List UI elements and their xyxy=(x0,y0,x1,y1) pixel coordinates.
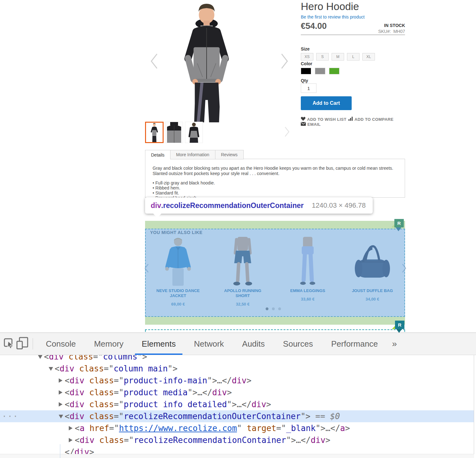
tree-row[interactable]: <a href="https://www.recolize.com" targe… xyxy=(0,422,474,434)
product-tabs: DetailsMore InformationReviews xyxy=(145,150,244,159)
collapse-arrow-icon[interactable] xyxy=(49,367,53,371)
chevron-left-icon xyxy=(150,65,158,71)
size-option-l[interactable]: L xyxy=(347,53,360,61)
sku-value: MH07 xyxy=(393,29,405,34)
screen: Hero Hoodie Be the first to review this … xyxy=(0,0,476,458)
devtools-scrollbar[interactable] xyxy=(0,454,474,458)
description-bullet: • Standard fit. xyxy=(153,190,215,195)
devtools-tab-sources[interactable]: Sources xyxy=(274,333,322,355)
color-options xyxy=(301,68,339,74)
gallery-next-button[interactable] xyxy=(280,53,289,71)
tree-row[interactable]: <div class="column main"> xyxy=(0,363,474,375)
row-menu-dots[interactable]: ... xyxy=(2,408,19,420)
expand-arrow-icon[interactable] xyxy=(69,426,73,430)
product-sku: SKU#: MH07 xyxy=(378,29,405,34)
devtools-tab-audits[interactable]: Audits xyxy=(233,333,274,355)
color-swatch-0[interactable] xyxy=(301,68,311,74)
add-to-cart-button[interactable]: Add to Cart xyxy=(301,96,352,110)
devtools-panel: ConsoleMemoryElementsNetworkAuditsSource… xyxy=(0,333,476,458)
devtools-tabs: ConsoleMemoryElementsNetworkAuditsSource… xyxy=(37,333,387,355)
email-icon xyxy=(301,122,306,127)
add-to-wishlist-link[interactable]: ADD TO WISH LIST xyxy=(301,117,346,122)
devtools-tab-memory[interactable]: Memory xyxy=(85,333,133,355)
gallery-thumbnail-3[interactable] xyxy=(185,122,203,143)
tree-row-selected[interactable]: ...<div class="recolizeRecommendationOut… xyxy=(0,410,474,422)
elements-tree: <div class="columns"><div class="column … xyxy=(0,355,474,454)
color-swatch-1[interactable] xyxy=(315,68,325,74)
sku-label: SKU#: xyxy=(378,29,391,34)
tab-more-information[interactable]: More Information xyxy=(170,150,215,159)
email-label: EMAIL xyxy=(307,122,321,127)
tooltip-class: .recolizeRecommendationOuterContainer xyxy=(161,201,304,210)
size-option-s[interactable]: S xyxy=(316,53,329,61)
gallery-thumbnail-2[interactable] xyxy=(165,122,183,143)
product-price: €54.00 xyxy=(301,21,327,31)
device-toolbar-icon xyxy=(16,337,30,351)
wishlist-label: ADD TO WISH LIST xyxy=(307,117,346,122)
gallery-thumbnail-1[interactable] xyxy=(145,122,164,143)
chevron-right-icon xyxy=(280,65,289,71)
divider xyxy=(301,35,405,35)
recommendation-container-2 xyxy=(145,329,405,332)
tree-row[interactable]: <div class="recolizeRecommendationContai… xyxy=(0,434,474,446)
size-options: XSSMLXL xyxy=(301,53,375,61)
expand-arrow-icon[interactable] xyxy=(59,402,62,407)
inspect-padding-bottom xyxy=(145,317,405,325)
product-main-image xyxy=(172,1,241,124)
devtools-tab-console[interactable]: Console xyxy=(37,333,85,355)
collapse-arrow-icon[interactable] xyxy=(38,355,42,359)
more-tabs-button[interactable]: » xyxy=(387,339,402,349)
inspect-tooltip: div.recolizeRecommendationOuterContainer… xyxy=(145,197,373,214)
tooltip-tag: div xyxy=(151,201,161,210)
devtools-tab-performance[interactable]: Performance xyxy=(322,333,387,355)
tree-row[interactable]: <div class="product media">…</div> xyxy=(0,386,474,398)
compare-icon xyxy=(349,117,353,122)
gallery-prev-button[interactable] xyxy=(150,53,158,71)
review-link[interactable]: Be the first to review this product xyxy=(301,14,365,19)
inspect-content-overlay xyxy=(145,229,405,317)
qty-label: Qty xyxy=(301,78,308,83)
add-to-compare-link[interactable]: ADD TO COMPARE xyxy=(349,117,393,122)
size-label: Size xyxy=(301,46,310,51)
description-bullet: • Full-zip gray and black hoodie. xyxy=(153,180,215,185)
inspect-padding-top xyxy=(145,221,405,229)
device-toolbar-button[interactable] xyxy=(16,337,30,351)
tab-reviews[interactable]: Reviews xyxy=(215,150,244,159)
size-option-xl[interactable]: XL xyxy=(362,53,375,61)
collapse-arrow-icon[interactable] xyxy=(59,415,63,418)
expand-arrow-icon[interactable] xyxy=(59,390,62,395)
devtools-tab-elements[interactable]: Elements xyxy=(133,333,185,355)
compare-label: ADD TO COMPARE xyxy=(354,117,393,122)
recolize-r-icon: R xyxy=(394,219,404,227)
size-option-xs[interactable]: XS xyxy=(301,53,313,61)
stock-status: IN STOCK xyxy=(384,23,405,28)
inspect-element-button[interactable] xyxy=(3,337,16,351)
tree-row[interactable]: <div class="columns"> xyxy=(0,355,474,363)
description-intro: Gray and black color blocking sets you a… xyxy=(153,166,399,176)
tooltip-dimensions: 1240.03 × 496.78 xyxy=(312,201,366,210)
expand-arrow-icon[interactable] xyxy=(69,438,73,442)
size-option-m[interactable]: M xyxy=(332,53,344,61)
qty-input[interactable] xyxy=(301,83,316,93)
recolize-r-icon: R xyxy=(395,321,404,329)
heart-icon xyxy=(301,117,306,122)
color-swatch-2[interactable] xyxy=(329,68,339,74)
recolize-badge[interactable]: R xyxy=(395,321,404,334)
thumbnail-next-button[interactable] xyxy=(284,126,290,139)
tree-row[interactable]: </div> xyxy=(0,446,474,454)
tab-details[interactable]: Details xyxy=(145,150,170,159)
tree-row[interactable]: <div class="product-info-main">…</div> xyxy=(0,375,474,386)
tree-indent-guide xyxy=(60,444,60,458)
tree-row[interactable]: <div class="product info detailed">…</di… xyxy=(0,398,474,410)
page-title: Hero Hoodie xyxy=(301,1,359,13)
inspect-cursor-icon xyxy=(3,337,16,351)
recolize-badge[interactable]: R xyxy=(394,219,404,232)
expand-arrow-icon[interactable] xyxy=(59,378,62,383)
devtools-tab-network[interactable]: Network xyxy=(185,333,233,355)
color-label: Color xyxy=(301,61,312,66)
description-bullet: • Ribbed hem. xyxy=(153,185,215,190)
chevron-right-icon xyxy=(284,133,290,138)
email-link[interactable]: EMAIL xyxy=(301,122,321,127)
toolbar-separator xyxy=(33,338,33,349)
devtools-toolbar: ConsoleMemoryElementsNetworkAuditsSource… xyxy=(0,333,476,355)
